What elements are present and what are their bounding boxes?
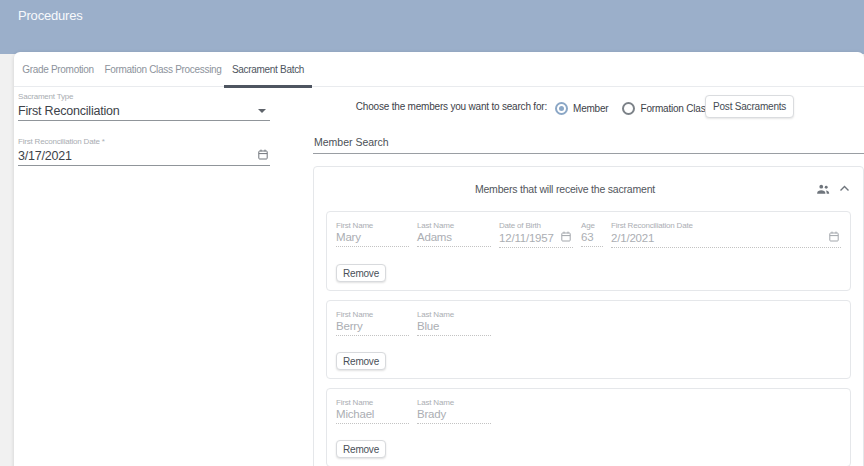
field-value-text: 2/1/2021 <box>611 232 654 245</box>
calendar-icon <box>258 149 268 163</box>
procedures-screen: Procedures Grade PromotionFormation Clas… <box>0 0 864 466</box>
group-icon[interactable] <box>816 183 830 195</box>
members-panel: Members that will receive the sacrament <box>313 166 864 466</box>
radio-group: MemberFormation Class <box>555 97 724 120</box>
radio-label: Member <box>573 103 608 114</box>
field-value-text: 63 <box>581 231 593 244</box>
field-value-text: Adams <box>417 231 452 244</box>
field-label: Date of Birth <box>499 221 573 230</box>
field-first-name: First NameBerry <box>336 310 409 336</box>
sacrament-type-label: Sacrament Type <box>18 92 270 102</box>
field-value: Berry <box>336 319 409 336</box>
sacrament-type-value: First Reconciliation <box>18 104 120 118</box>
radio-member[interactable]: Member <box>555 102 608 115</box>
search-prompt: Choose the members you want to search fo… <box>356 101 547 112</box>
member-card: First NameBerryLast NameBlueRemove <box>326 300 851 379</box>
post-sacraments-button[interactable]: Post Sacraments <box>705 95 794 118</box>
member-search-field <box>313 132 864 154</box>
tab-grade-promotion[interactable]: Grade Promotion <box>18 52 98 87</box>
field-value-text: Blue <box>417 320 439 333</box>
field-value: Blue <box>417 319 491 336</box>
remove-button[interactable]: Remove <box>336 352 386 370</box>
sacrament-date-input[interactable]: 3/17/2021 <box>18 147 270 166</box>
field-label: Last Name <box>417 221 491 230</box>
field-date-of-birth: Date of Birth12/11/1957 <box>499 221 573 248</box>
app-header: Procedures <box>0 0 864 54</box>
member-fields-row: First NameMaryLast NameAdamsDate of Birt… <box>336 221 841 248</box>
field-label: First Reconciliation Date <box>611 221 841 230</box>
field-label: Last Name <box>417 398 491 407</box>
dropdown-caret-icon <box>258 109 266 113</box>
field-value: Brady <box>417 407 491 424</box>
panel-title: Members that will receive the sacrament <box>314 183 816 195</box>
field-value: 2/1/2021 <box>611 230 841 248</box>
collapse-icon[interactable] <box>839 185 850 192</box>
field-last-name: Last NameBrady <box>417 398 491 424</box>
content-card: Grade PromotionFormation Class Processin… <box>14 52 864 466</box>
sacrament-type-field: Sacrament Type First Reconciliation <box>18 92 270 121</box>
field-first-name: First NameMichael <box>336 398 409 424</box>
field-label: Last Name <box>417 310 491 319</box>
member-list: First NameMaryLast NameAdamsDate of Birt… <box>314 210 863 466</box>
field-last-name: Last NameBlue <box>417 310 491 336</box>
page-title: Procedures <box>18 8 82 23</box>
field-label: First Name <box>336 221 409 230</box>
field-value: Michael <box>336 407 409 424</box>
field-value: Mary <box>336 230 409 247</box>
tab-bar: Grade PromotionFormation Class Processin… <box>14 52 864 87</box>
remove-button[interactable]: Remove <box>336 440 386 458</box>
sacrament-type-select[interactable]: First Reconciliation <box>18 102 270 121</box>
calendar-icon <box>561 231 571 245</box>
field-label: Age <box>581 221 603 230</box>
radio-button-icon <box>555 102 568 115</box>
member-search-input[interactable] <box>313 137 864 154</box>
field-last-name: Last NameAdams <box>417 221 491 248</box>
field-value: Adams <box>417 230 491 247</box>
calendar-icon <box>829 231 839 245</box>
remove-button[interactable]: Remove <box>336 264 386 282</box>
field-value-text: 12/11/1957 <box>499 232 554 245</box>
field-value: 12/11/1957 <box>499 230 573 248</box>
tab-formation-class-processing[interactable]: Formation Class Processing <box>102 52 224 87</box>
sacrament-date-label: First Reconciliation Date * <box>18 137 270 147</box>
radio-label: Formation Class <box>640 103 710 114</box>
tab-label: Grade Promotion <box>22 64 94 75</box>
field-value: 63 <box>581 230 603 247</box>
field-label: First Name <box>336 398 409 407</box>
active-tab-indicator <box>224 85 312 88</box>
member-fields-row: First NameMichaelLast NameBrady <box>336 398 841 424</box>
member-fields-row: First NameBerryLast NameBlue <box>336 310 841 336</box>
panel-header-icons <box>816 183 863 195</box>
panel-header: Members that will receive the sacrament <box>314 167 863 210</box>
field-value-text: Mary <box>336 231 361 244</box>
field-age: Age63 <box>581 221 603 248</box>
member-card: First NameMichaelLast NameBradyRemove <box>326 388 851 466</box>
field-value-text: Michael <box>336 408 374 421</box>
field-first-reconciliation-date: First Reconciliation Date2/1/2021 <box>611 221 841 248</box>
sacrament-date-value: 3/17/2021 <box>18 149 72 163</box>
tab-sacrament-batch[interactable]: Sacrament Batch <box>224 52 312 87</box>
field-first-name: First NameMary <box>336 221 409 248</box>
radio-formation-class[interactable]: Formation Class <box>622 102 710 115</box>
field-value-text: Berry <box>336 320 362 333</box>
sacrament-form: Sacrament Type First Reconciliation Firs… <box>18 92 270 166</box>
radio-button-icon <box>622 102 635 115</box>
field-label: First Name <box>336 310 409 319</box>
sacrament-date-field: First Reconciliation Date * 3/17/2021 <box>18 137 270 166</box>
tab-label: Sacrament Batch <box>232 64 304 75</box>
tab-label: Formation Class Processing <box>104 64 221 75</box>
field-value-text: Brady <box>417 408 446 421</box>
member-card: First NameMaryLast NameAdamsDate of Birt… <box>326 211 851 291</box>
